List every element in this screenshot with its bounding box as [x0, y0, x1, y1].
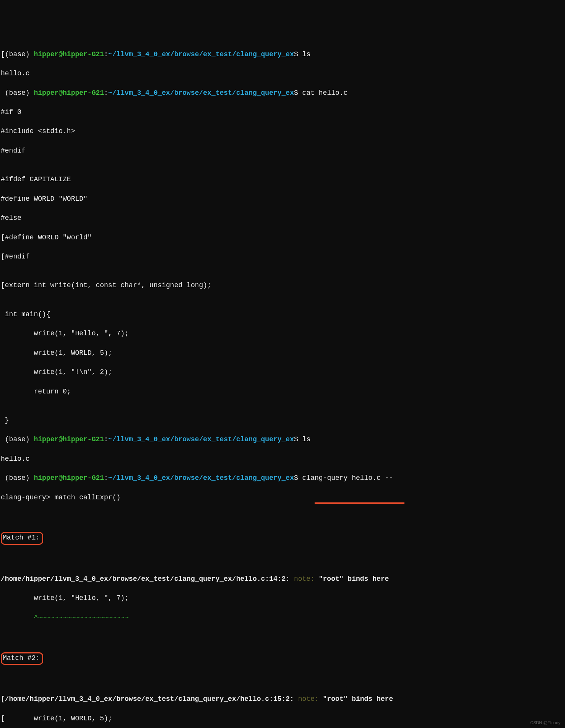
match-location: [/home/hipper/llvm_3_4_0_ex/browse/ex_te… — [1, 694, 564, 704]
source-line: } — [1, 416, 564, 425]
source-line: #include <stdio.h> — [1, 127, 564, 136]
match-header-box: Match #2: — [1, 652, 43, 665]
source-line: #endif — [1, 146, 564, 156]
prompt-line[interactable]: (base) hipper@hipper-G21:~/llvm_3_4_0_ex… — [1, 88, 564, 98]
source-line: #ifdef CAPITALIZE — [1, 175, 564, 184]
source-line: #if 0 — [1, 107, 564, 117]
prompt-line[interactable]: (base) hipper@hipper-G21:~/llvm_3_4_0_ex… — [1, 435, 564, 444]
match-header-box: Match #1: — [1, 532, 43, 544]
prompt-line[interactable]: [(base) hipper@hipper-G21:~/llvm_3_4_0_e… — [1, 50, 564, 59]
source-line: [#endif — [1, 252, 564, 262]
ls-output: hello.c — [1, 69, 564, 78]
watermark: CSDN @Eloudy — [530, 720, 560, 726]
match-code: [ write(1, WORLD, 5); — [1, 714, 564, 723]
match-code: write(1, "Hello, ", 7); — [1, 593, 564, 603]
source-line: #define WORLD "WORLD" — [1, 194, 564, 204]
source-line: [#define WORLD "world" — [1, 233, 564, 242]
source-line: return 0; — [1, 387, 564, 396]
prompt-line[interactable]: (base) hipper@hipper-G21:~/llvm_3_4_0_ex… — [1, 473, 564, 483]
match-location: /home/hipper/llvm_3_4_0_ex/browse/ex_tes… — [1, 574, 564, 584]
source-line: write(1, WORLD, 5); — [1, 348, 564, 358]
source-line: #else — [1, 213, 564, 223]
source-line: write(1, "Hello, ", 7); — [1, 329, 564, 338]
match-caret: ^~~~~~~~~~~~~~~~~~~~~~~ — [1, 613, 564, 622]
highlight-underline — [315, 502, 404, 504]
source-line: write(1, "!\n", 2); — [1, 367, 564, 377]
clang-query-prompt[interactable]: clang-query> match callExpr() — [1, 493, 564, 502]
terminal-output: [(base) hipper@hipper-G21:~/llvm_3_4_0_e… — [1, 40, 564, 728]
ls-output: hello.c — [1, 454, 564, 464]
source-line: int main(){ — [1, 310, 564, 319]
source-line: [extern int write(int, const char*, unsi… — [1, 281, 564, 290]
